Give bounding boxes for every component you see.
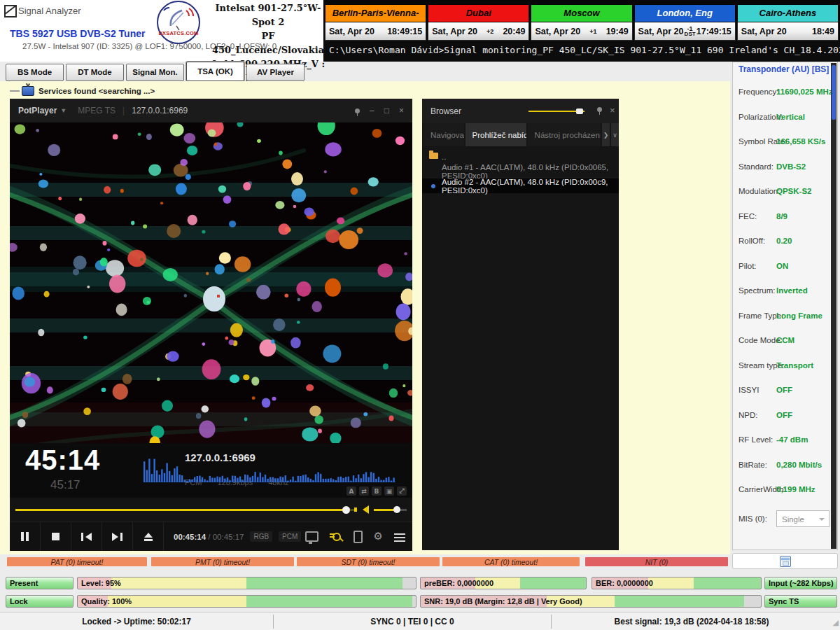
clock-city: Berlin-Paris-Vienna-Roma xyxy=(325,4,426,22)
transponder-row: FEC:8/9 xyxy=(733,205,837,230)
clock-offset: +1 xyxy=(580,29,606,34)
transponder-row: RF Level:-47 dBm xyxy=(733,428,837,454)
control-time: 00:45:14 / 00:45:17 xyxy=(174,533,244,541)
ber-bar: BER: 0,0000000 xyxy=(592,577,762,589)
tp-label: NPD: xyxy=(738,411,757,419)
banner-line-1: Intelsat 901-27.5°W-Spot 2 xyxy=(210,1,326,29)
transponder-row: Code Mode:CCM xyxy=(733,329,837,354)
clock-4: London, EngSat, Apr 20-1DST17:49:15 xyxy=(634,4,736,41)
list-item-label: Audio #2 - AAC(LATM), 48.0 kHz (PID:0x00… xyxy=(442,178,619,195)
gear-icon[interactable]: ⚙ xyxy=(374,531,383,542)
logo-text: DXSATCS.COM xyxy=(158,30,199,36)
clock-time-row: Sat, Apr 20+220:49 xyxy=(428,22,529,41)
transponder-row: ISSYIOFF xyxy=(733,379,837,404)
clock-date: Sat, Apr 20 xyxy=(638,27,684,36)
tp-label: Spectrum: xyxy=(738,286,775,295)
close-icon[interactable]: × xyxy=(610,105,615,115)
search-icon[interactable] xyxy=(330,532,342,542)
expand-icon[interactable]: ⤢ xyxy=(397,486,407,496)
clock-date: Sat, Apr 20 xyxy=(432,27,477,36)
tab-tsa-ok-[interactable]: TSA (OK) xyxy=(186,62,244,81)
shuffle-icon[interactable]: ⇄ xyxy=(359,486,369,496)
tp-label: BitRate: xyxy=(738,461,767,469)
transponder-row: Frequency:11690,025 MHz xyxy=(733,80,837,106)
maximize-button[interactable]: □ xyxy=(384,106,389,115)
tp-label: Standard: xyxy=(738,162,774,171)
tp-value: Vertical xyxy=(776,113,805,121)
header-left: Signal Analyzer TBS 5927 USB DVB-S2 Tune… xyxy=(0,0,323,62)
quality-bar: Quality: 100% xyxy=(77,595,416,608)
best-signal: Best signal: 19,3 dB (2024-04-18 18:58) xyxy=(552,612,832,630)
transponder-rows: Frequency:11690,025 MHzPolarization:Vert… xyxy=(733,80,837,503)
offset-top: +1 xyxy=(580,29,606,34)
repeat-icon[interactable]: ▣ xyxy=(384,486,394,496)
potplayer-menu[interactable]: PotPlayer xyxy=(18,106,57,115)
screencast-icon[interactable] xyxy=(305,531,318,542)
chevron-down-icon: ▼ xyxy=(60,107,66,114)
nav-down-icon[interactable]: ∨ xyxy=(611,123,619,146)
resize-grip[interactable]: ◢ xyxy=(833,618,839,627)
nav-next-icon[interactable]: ❯ xyxy=(602,123,610,146)
tp-label: RollOff: xyxy=(738,237,765,245)
browser-window: Browser × NavigovatProhlížeč nabídkyNást… xyxy=(422,99,619,550)
mis-select[interactable]: Single xyxy=(776,510,830,527)
pause-button[interactable] xyxy=(10,522,41,551)
seek-bar[interactable] xyxy=(15,509,356,511)
tp-label: FEC: xyxy=(738,212,757,220)
previous-button[interactable] xyxy=(71,522,102,551)
tab-av-player[interactable]: AV Player xyxy=(246,64,304,81)
tab-signal-mon-[interactable]: Signal Mon. xyxy=(126,64,184,81)
tp-value: 0,199 MHz xyxy=(776,485,816,493)
monitoring-banner: Intelsat 901-27.5°W-Spot 2 PF 450_Lucene… xyxy=(210,1,326,60)
clock-time-row: Sat, Apr 20-1DST17:49:15 xyxy=(634,22,736,41)
scrollbar[interactable] xyxy=(831,63,836,549)
opacity-handle[interactable] xyxy=(576,108,583,114)
scrollbar-thumb[interactable] xyxy=(832,65,836,120)
browser-tab-1[interactable]: Navigovat xyxy=(424,123,464,146)
volume-handle[interactable] xyxy=(393,506,400,513)
transponder-row: CarrierWidth:0,199 MHz xyxy=(733,478,837,503)
stream-source: 127.0.0.1:6969 xyxy=(132,106,188,115)
ts-record-button[interactable] xyxy=(732,553,838,569)
transponder-row: Polarization:Vertical xyxy=(733,106,837,131)
list-item[interactable]: Audio #2 - AAC(LATM), 48.0 kHz (PID:0x00… xyxy=(422,178,619,193)
tp-value: ON xyxy=(776,262,788,270)
video-frame xyxy=(10,122,412,443)
eject-button[interactable] xyxy=(133,522,164,551)
volume-icon[interactable] xyxy=(363,505,369,514)
clock-time: 18:49:15 xyxy=(387,27,422,36)
browser-tab-2[interactable]: Prohlížeč nabídky xyxy=(465,123,526,146)
mis-label: MIS (0): xyxy=(738,514,767,523)
transponder-row: Frame Type:Long Frame xyxy=(733,304,837,330)
list-item[interactable]: Audio #1 - AAC(LATM), 48.0 kHz (PID:0x00… xyxy=(422,164,619,178)
clock-time: 19:49 xyxy=(606,27,629,36)
tab-dt-mode[interactable]: DT Mode xyxy=(66,64,124,81)
opacity-slider[interactable] xyxy=(528,111,584,112)
tp-label: RF Level: xyxy=(738,435,773,444)
volume-slider[interactable] xyxy=(374,509,407,511)
tp-value: Long Frame xyxy=(776,312,822,320)
video-display[interactable] xyxy=(10,122,412,443)
menu-icon[interactable] xyxy=(394,533,405,535)
disk-icon xyxy=(780,556,791,567)
offset-top: +2 xyxy=(477,29,503,34)
tab-bs-mode[interactable]: BS Mode xyxy=(6,64,64,81)
clock-time: 18:49 xyxy=(812,27,834,36)
potplayer-titlebar[interactable]: PotPlayer ▼ MPEG TS | 127.0.0.1:6969 – □… xyxy=(10,99,412,122)
list-item[interactable]: .. xyxy=(422,149,619,164)
tp-label: Pilot: xyxy=(738,262,757,270)
stop-button[interactable] xyxy=(41,522,71,551)
close-button[interactable]: × xyxy=(399,106,404,115)
next-button[interactable] xyxy=(102,522,133,551)
minimize-button[interactable]: – xyxy=(370,106,374,115)
browser-titlebar[interactable]: Browser × xyxy=(422,99,619,123)
marker-b-button[interactable]: B xyxy=(372,486,382,496)
pin-icon[interactable] xyxy=(355,108,360,113)
pin-icon[interactable] xyxy=(597,107,602,112)
seek-handle[interactable] xyxy=(342,506,350,514)
banner-line-2: PF 450_Lucenec/Slovakia xyxy=(210,29,326,57)
device-icon[interactable] xyxy=(354,531,363,543)
marker-a-button[interactable]: A xyxy=(346,486,356,496)
tp-value: -47 dBm xyxy=(776,435,808,444)
browser-tab-3[interactable]: Nástroj procházení tit.. xyxy=(528,123,601,146)
